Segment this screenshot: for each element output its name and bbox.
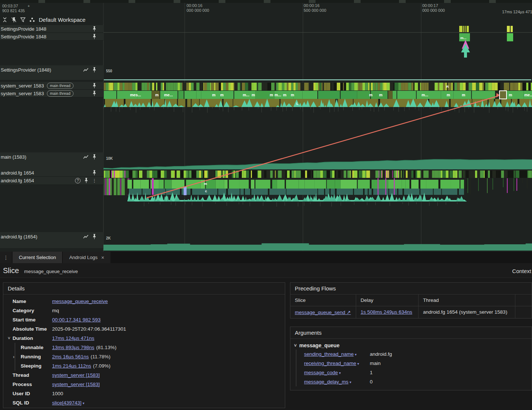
detail-key: Duration <box>13 335 52 341</box>
track-header[interactable]: android.fg (1654) <box>0 232 103 249</box>
slice-label[interactable]: m <box>270 93 273 97</box>
pin-icon[interactable] <box>92 34 97 39</box>
dropdown-icon[interactable]: ▾ <box>349 380 351 384</box>
detail-row: Absolute Time2025-09-25T20:47:06.3641173… <box>3 324 285 334</box>
thread-chip: main thread <box>47 83 73 89</box>
slice-label[interactable]: m <box>462 93 465 97</box>
perfetto-app: mes...mme...mmm...mmm...mmmmm...mmmme...… <box>0 0 532 410</box>
slice-label[interactable]: me... <box>164 93 173 97</box>
slice-label[interactable]: m <box>220 93 224 97</box>
track-name: system_server 1583 <box>1 83 44 89</box>
pin-icon[interactable] <box>92 234 97 240</box>
slice-label[interactable]: m <box>252 93 255 97</box>
workspace-icon[interactable] <box>29 17 35 23</box>
dropdown-icon[interactable]: ▾ <box>339 371 341 375</box>
ruler-tick-label: 00:00:16500 000 000 <box>304 3 326 13</box>
detail-value-link[interactable]: 2ms 16µs 561ns <box>52 354 89 359</box>
track-header[interactable]: android.fg 1654 <box>0 169 103 177</box>
track-header[interactable]: SettingsProvider (1848) <box>0 65 103 80</box>
detail-suffix: (81.13%) <box>96 345 116 350</box>
selected-slice[interactable] <box>499 91 507 99</box>
tab-current-selection[interactable]: Current Selection <box>13 252 62 263</box>
pin-icon[interactable] <box>92 67 97 73</box>
pin-icon[interactable] <box>92 83 97 89</box>
track-header[interactable]: system_server 1583main thread <box>0 82 103 90</box>
expander-icon[interactable]: ˅ <box>8 336 10 341</box>
pin-icon[interactable] <box>84 178 89 183</box>
argument-row: receiving_thread_name▾main <box>290 359 532 368</box>
pin-icon[interactable] <box>92 154 97 160</box>
pin-icon[interactable] <box>92 26 97 32</box>
details-card: Details Namemessage_queue_receiveCategor… <box>3 282 285 408</box>
argument-key-link[interactable]: sending_thread_name <box>304 351 354 357</box>
track-header[interactable]: main (1583) <box>0 152 103 169</box>
detail-row: Threadsystem_server [1583] <box>3 371 285 380</box>
timeline-annotation: m <box>204 182 207 186</box>
dropdown-icon[interactable]: ▾ <box>83 401 85 405</box>
help-icon[interactable]: ? <box>75 178 81 183</box>
detail-value-link[interactable]: 1ms 214µs 112ns <box>52 363 91 369</box>
slice-label[interactable]: m <box>509 93 512 97</box>
collapse-tracks-icon[interactable] <box>2 17 7 23</box>
slice-label[interactable]: mes... <box>130 93 141 97</box>
track-menu-icon[interactable]: ⋮ <box>92 178 97 183</box>
filter-icon[interactable] <box>20 17 25 22</box>
sparkline-icon[interactable] <box>83 155 89 159</box>
flow-slice-link[interactable]: message_queue_send ↗ <box>295 310 351 315</box>
timeline-annotation: m... <box>460 36 466 40</box>
slice-label[interactable]: m <box>283 93 286 97</box>
detail-key: Category <box>13 308 52 313</box>
detail-value-link[interactable]: system_server [1583] <box>52 382 100 387</box>
pin-icon[interactable] <box>92 170 97 176</box>
detail-value-link[interactable]: 17ms 124µs 471ns <box>52 335 94 341</box>
detail-key: Process <box>13 382 52 387</box>
dropdown-icon[interactable]: ▾ <box>357 362 359 366</box>
slice-label[interactable]: m <box>369 93 372 97</box>
slice-name: message_queue_receive <box>24 269 78 274</box>
tab-menu-icon[interactable]: ⋮ <box>0 252 12 263</box>
detail-row: Runnable13ms 893µs 798ns(81.13%) <box>3 343 285 352</box>
slice-label[interactable]: m <box>155 93 158 97</box>
pin-icon[interactable] <box>92 91 97 96</box>
expander-icon[interactable]: › <box>13 354 14 359</box>
slice-label[interactable]: m <box>447 93 450 97</box>
flow-delay-link[interactable]: 1s 508ms 249µs 634ns <box>361 309 412 315</box>
detail-value-link[interactable]: message_queue_receive <box>52 299 108 304</box>
detail-value-link[interactable]: 13ms 893µs 798ns <box>52 345 94 350</box>
slice-label[interactable]: m... <box>274 93 281 97</box>
detail-value-link[interactable]: 00:00:17.341 982 593 <box>52 317 100 323</box>
slice-label[interactable]: m <box>291 93 294 97</box>
detail-row: ˅Duration17ms 124µs 471ns <box>3 334 285 343</box>
tab-android-logs[interactable]: Android Logs× <box>63 252 110 263</box>
detail-value-link[interactable]: slice[439743] <box>52 400 82 406</box>
dropdown-icon[interactable]: ▾ <box>355 352 357 356</box>
argument-group[interactable]: ˅ message_queue <box>290 339 532 349</box>
workspace-title[interactable]: Default Workspace <box>39 17 85 23</box>
argument-key-link[interactable]: receiving_thread_name <box>304 361 356 366</box>
expander-icon[interactable]: ˅ <box>294 343 297 348</box>
slice-label[interactable]: me... <box>524 93 532 97</box>
slice-label[interactable]: m... <box>243 93 249 97</box>
track-header[interactable]: android.fg 1654?⋮ <box>0 177 103 185</box>
track-header[interactable]: system_server 1583main thread <box>0 90 103 97</box>
track-name: android.fg (1654) <box>1 234 37 240</box>
slice-label[interactable]: m <box>212 93 215 97</box>
sparkline-icon[interactable] <box>83 68 89 72</box>
unpin-all-icon[interactable] <box>11 17 17 23</box>
context-button[interactable]: Context <box>512 268 531 274</box>
slice-label[interactable]: m <box>379 93 382 97</box>
overview-minimap[interactable] <box>0 0 532 3</box>
sparkline-icon[interactable] <box>83 234 89 239</box>
detail-value-link[interactable]: system_server [1583] <box>52 372 100 378</box>
thread-chip: main thread <box>47 90 73 97</box>
slice-label[interactable]: m... <box>422 93 428 97</box>
timeline-annotation: L <box>296 101 299 106</box>
track-header[interactable]: SettingsProvide 1848 <box>0 33 103 41</box>
argument-key-link[interactable]: message_code <box>304 370 338 375</box>
argument-key-link[interactable]: message_delay_ms <box>304 379 348 385</box>
detail-key: User ID <box>13 391 52 396</box>
detail-key: Sleeping <box>21 363 52 369</box>
tab-close-icon[interactable]: × <box>101 255 104 261</box>
timeline-area[interactable]: mes...mme...mmm...mmm...mmmmm...mmmme...… <box>0 0 532 252</box>
track-header[interactable]: SettingsProvide 1848 <box>0 25 103 33</box>
